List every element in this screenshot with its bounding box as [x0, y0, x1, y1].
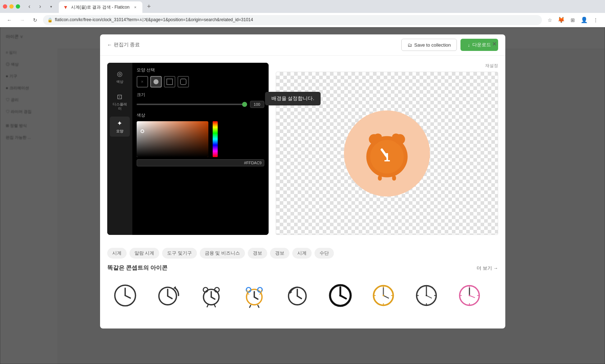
shape-tool-label: 모양	[116, 129, 123, 134]
svg-rect-1	[167, 79, 172, 85]
related-icon-7[interactable]	[365, 278, 401, 313]
svg-marker-19	[173, 286, 176, 289]
menu-button[interactable]: ⋮	[591, 15, 601, 25]
color-section-label: 색상	[137, 112, 264, 118]
forward-button[interactable]: ›	[35, 1, 45, 11]
profile-button[interactable]: 👤	[579, 15, 589, 25]
tag-5[interactable]: 경보	[270, 248, 289, 259]
tag-2[interactable]: 도구 및기구	[162, 248, 197, 259]
window-close-control[interactable]	[3, 4, 7, 9]
svg-point-0	[153, 79, 159, 84]
svg-line-33	[258, 305, 259, 307]
svg-rect-2	[180, 79, 186, 85]
tag-3[interactable]: 금융 및 비즈니스	[200, 248, 245, 259]
down-arrow-button[interactable]: ▾	[46, 1, 56, 11]
save-label: Save to collection	[414, 42, 451, 48]
slider-track	[137, 104, 247, 105]
slider-thumb[interactable]	[242, 102, 247, 107]
shape-tool[interactable]: ✦ 모양	[110, 117, 130, 137]
icons-row	[107, 278, 498, 313]
preview-icon: 1	[355, 121, 419, 186]
svg-line-26	[214, 305, 215, 307]
preview-icon-background: 1	[344, 110, 430, 197]
collection-icon: 🗂	[407, 42, 412, 48]
tag-1[interactable]: 알람 시계	[129, 248, 160, 259]
shape-options: ×	[137, 76, 264, 88]
related-icon-8[interactable]	[408, 278, 444, 313]
svg-point-11	[374, 133, 382, 140]
related-icon-1[interactable]	[107, 278, 143, 313]
editor-main: 모양 선택 ×	[132, 63, 269, 235]
tags-section: 시계 알람 시계 도구 및기구 금융 및 비즈니스 경보 경보 시계 수단	[100, 242, 505, 264]
shape-rounded-option[interactable]	[178, 76, 189, 88]
related-icon-5[interactable]	[279, 278, 315, 313]
window-maximize-control[interactable]	[16, 4, 20, 9]
display-tool-label: 디스플레이	[113, 102, 127, 111]
svg-point-62	[468, 295, 470, 296]
color-picker-row	[137, 121, 264, 157]
bookmark-button[interactable]: ☆	[545, 15, 555, 25]
svg-point-45	[382, 295, 384, 296]
url-bar[interactable]: 🔒 flaticon.com/kr/free-icon/clock_31014?…	[43, 15, 542, 25]
svg-rect-9	[378, 175, 382, 180]
svg-line-22	[211, 297, 215, 299]
tag-7[interactable]: 수단	[315, 248, 334, 259]
tag-4[interactable]: 경보	[248, 248, 267, 259]
svg-rect-10	[392, 175, 396, 180]
related-icon-2[interactable]	[150, 278, 186, 313]
related-header: 똑같은 콘셉트의 아이콘 더 보기 →	[107, 264, 498, 272]
size-slider[interactable]	[137, 104, 247, 105]
color-tool[interactable]: ◎ 색상	[110, 67, 130, 87]
color-picker[interactable]	[137, 121, 208, 157]
related-icon-4[interactable]	[236, 278, 272, 313]
shape-none-option[interactable]: ×	[137, 76, 148, 88]
back-button[interactable]: ‹	[24, 1, 34, 11]
svg-point-41	[339, 294, 341, 297]
svg-point-12	[392, 133, 400, 140]
url-text: flaticon.com/kr/free-icon/clock_31014?te…	[55, 17, 538, 23]
tab-close-button[interactable]: ×	[132, 4, 138, 10]
tab-bar: ‹ › ▾ ▼ 시계(을)로 결과 검색 - Flaticon × +	[0, 0, 605, 13]
related-icon-9[interactable]	[452, 278, 487, 313]
display-tool[interactable]: ⊡ 디스플레이	[110, 90, 130, 114]
editor-sidebar-tools: ◎ 색상 ⊡ 디스플레이 ✦ 모양	[107, 63, 132, 235]
size-section: 크기 100	[137, 92, 264, 108]
forward-nav-button[interactable]: →	[17, 15, 27, 25]
bg-tooltip-container: 배경을 설정합니다.	[265, 92, 321, 105]
color-dot[interactable]	[141, 129, 144, 133]
back-to-editor-button[interactable]: ← 편집기 종료	[107, 42, 140, 48]
new-tab-button[interactable]: +	[144, 1, 154, 11]
extensions-button[interactable]: ⊞	[568, 15, 578, 25]
reset-label[interactable]: 재설정	[485, 63, 498, 69]
editor-modal: ← 편집기 종료 🗂 Save to collection ↓ 다운로드 ×	[100, 34, 505, 328]
back-label: 편집기 종료	[114, 42, 140, 48]
related-icon-3[interactable]	[193, 278, 229, 313]
size-value: 100	[250, 101, 264, 108]
color-hue-bar[interactable]	[213, 121, 218, 157]
tab-title: 시계(을)로 결과 검색 - Flaticon	[71, 4, 129, 10]
modal-overlay: ← 편집기 종료 🗂 Save to collection ↓ 다운로드 ×	[0, 27, 605, 364]
shape-square-option[interactable]	[164, 76, 175, 88]
preview-panel: 재설정	[276, 63, 498, 235]
svg-line-25	[207, 305, 208, 307]
tag-6[interactable]: 시계	[292, 248, 312, 259]
more-link[interactable]: 더 보기 →	[477, 265, 498, 271]
shape-section-label: 모양 선택	[137, 67, 264, 73]
svg-line-36	[297, 296, 302, 298]
related-icon-6[interactable]	[322, 278, 358, 313]
modal-close-button[interactable]: ×	[490, 39, 500, 49]
svg-text:1: 1	[383, 151, 390, 164]
window-minimize-control[interactable]	[9, 4, 14, 9]
related-icons-section: 똑같은 콘셉트의 아이콘 더 보기 →	[100, 264, 505, 321]
address-bar: ← → ↻ 🔒 flaticon.com/kr/free-icon/clock_…	[0, 13, 605, 27]
shape-section: 모양 선택 ×	[137, 67, 264, 88]
tag-0[interactable]: 시계	[107, 248, 127, 259]
active-tab[interactable]: ▼ 시계(을)로 결과 검색 - Flaticon ×	[59, 1, 142, 13]
extension-button[interactable]: 🦊	[556, 15, 566, 25]
reload-button[interactable]: ↻	[30, 15, 40, 25]
size-section-label: 크기	[137, 92, 264, 98]
shape-circle-option[interactable]	[150, 76, 162, 88]
save-to-collection-button[interactable]: 🗂 Save to collection	[401, 39, 457, 51]
back-nav-button[interactable]: ←	[4, 15, 14, 25]
svg-line-18	[167, 296, 172, 298]
